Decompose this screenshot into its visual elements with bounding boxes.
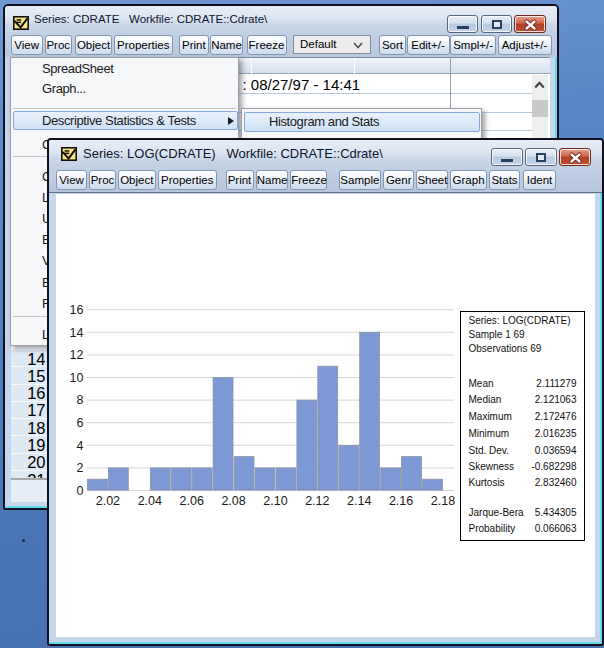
svg-text:2.18: 2.18 <box>431 494 455 508</box>
svg-text:6: 6 <box>77 416 84 430</box>
svg-text:2.16: 2.16 <box>389 494 413 508</box>
svg-text:16: 16 <box>70 303 84 317</box>
svg-text:14: 14 <box>70 326 84 340</box>
svg-text:2.06: 2.06 <box>180 494 204 508</box>
svg-text:2.04: 2.04 <box>138 494 162 508</box>
svg-text:2.14: 2.14 <box>347 494 371 508</box>
svg-text:0: 0 <box>77 484 84 498</box>
svg-text:2.12: 2.12 <box>305 494 329 508</box>
svg-text:2.08: 2.08 <box>221 494 245 508</box>
svg-text:10: 10 <box>70 371 84 385</box>
svg-text:2: 2 <box>77 461 84 475</box>
svg-text:8: 8 <box>77 393 84 407</box>
svg-text:2.10: 2.10 <box>263 494 287 508</box>
svg-text:12: 12 <box>70 348 84 362</box>
svg-text:2.02: 2.02 <box>96 494 120 508</box>
svg-text:4: 4 <box>77 439 84 453</box>
